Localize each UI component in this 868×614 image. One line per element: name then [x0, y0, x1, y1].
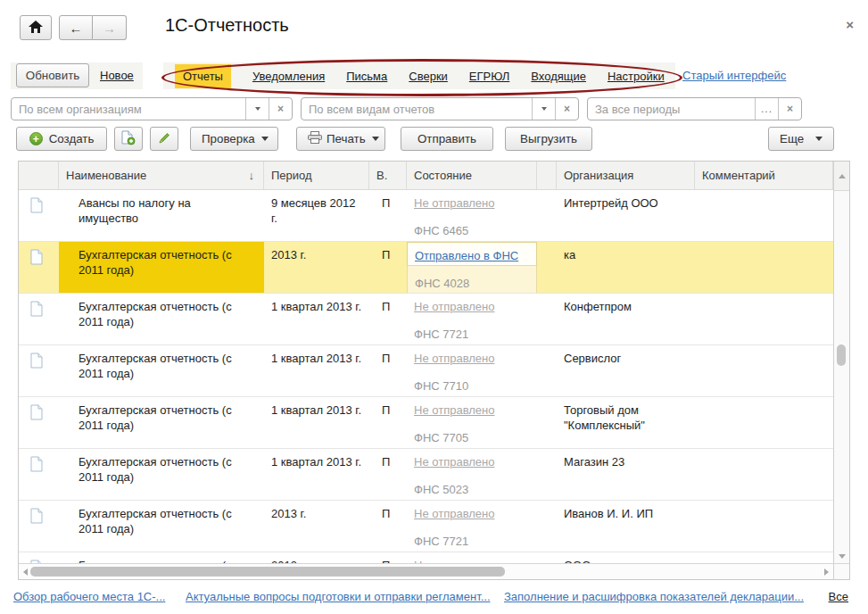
report-v-flag: П: [369, 294, 407, 344]
report-status-cell: Не отправленоФНС 5023: [407, 449, 537, 500]
refresh-button[interactable]: Обновить: [16, 63, 89, 87]
table-row[interactable]: Бухгалтерская отчетность (с 2011 года)20…: [19, 552, 833, 563]
chevron-down-icon: [541, 107, 547, 111]
report-comment: [695, 449, 833, 500]
document-icon: [30, 306, 43, 319]
tab-letters[interactable]: Письма: [346, 70, 387, 83]
check-button[interactable]: Проверка: [190, 127, 278, 151]
scroll-up-button[interactable]: [834, 162, 849, 191]
clear-button[interactable]: ×: [778, 98, 801, 120]
gap-cell: [537, 190, 557, 241]
status-link[interactable]: Не отправлено: [414, 300, 494, 313]
document-icon: [30, 358, 43, 371]
horizontal-scroll-thumb[interactable]: [30, 567, 505, 577]
report-icon-cell: [19, 345, 59, 396]
report-status-cell: Не отправленоФНС 7721: [407, 501, 537, 552]
triangle-down-icon: [839, 554, 846, 559]
column-header-period[interactable]: Период: [264, 162, 369, 189]
report-name: Бухгалтерская отчетность (с 2011 года): [59, 397, 264, 448]
organizations-filter[interactable]: По всем организациям×: [11, 97, 293, 120]
create-button[interactable]: + Создать: [16, 127, 107, 151]
table-row[interactable]: Бухгалтерская отчетность (с 2011 года)20…: [19, 501, 833, 552]
report-period: 1 квартал 2013 г.: [264, 397, 369, 448]
workspace-overview-link[interactable]: Обзор рабочего места 1С-...: [13, 590, 165, 603]
report-period: 9 месяцев 2012 г.: [264, 190, 369, 241]
dropdown-button[interactable]: [532, 98, 555, 120]
close-icon[interactable]: ×: [846, 17, 854, 32]
document-icon: [30, 410, 43, 423]
report-status-cell: Не отправленоФНС 7710: [407, 345, 537, 396]
back-button[interactable]: ←: [59, 15, 93, 40]
column-header-icon[interactable]: [19, 162, 59, 189]
report-organization: Торговый дом "Комплексный": [557, 397, 695, 448]
forward-arrow-icon: →: [103, 21, 116, 36]
report-status-cell: Не отправленоФНС 6465: [407, 190, 537, 241]
all-link[interactable]: Все: [829, 590, 848, 603]
vertical-scroll-thumb[interactable]: [837, 344, 846, 366]
report-v-flag: П: [369, 552, 407, 563]
new-link[interactable]: Новое: [100, 69, 134, 82]
report-icon-cell: [19, 501, 59, 552]
forward-button[interactable]: →: [93, 15, 127, 40]
column-header-gap[interactable]: [537, 162, 557, 189]
periods-filter[interactable]: За все периоды...×: [587, 97, 802, 120]
table-row[interactable]: Бухгалтерская отчетность (с 2011 года)1 …: [19, 345, 833, 397]
report-period: 1 квартал 2013 г.: [264, 345, 369, 396]
print-button[interactable]: Печать: [296, 127, 385, 151]
status-link[interactable]: Не отправлено: [414, 455, 494, 469]
report-organization: Конфетпром: [557, 294, 695, 344]
report-types-filter[interactable]: По всем видам отчетов×: [301, 97, 579, 120]
copy-document-icon: [121, 130, 136, 148]
edit-button[interactable]: [150, 127, 178, 151]
status-link[interactable]: Не отправлено: [414, 196, 494, 210]
declaration-help-link[interactable]: Заполнение и расшифровка показателей дек…: [504, 590, 804, 603]
gap-cell: [537, 501, 557, 552]
table-row[interactable]: Авансы по налогу на имущество9 месяцев 2…: [19, 190, 833, 242]
column-header-name[interactable]: Наименование↓: [59, 162, 264, 189]
status-line: Не отправлено: [407, 294, 537, 317]
status-link[interactable]: Отправлено в ФНС: [415, 249, 518, 262]
column-header-comment[interactable]: Комментарий: [695, 162, 833, 189]
report-status-cell: Не отправленоФНС 7705: [407, 397, 537, 448]
status-link[interactable]: Не отправлено: [414, 507, 494, 520]
status-link[interactable]: Не отправлено: [414, 352, 494, 365]
export-button[interactable]: Выгрузить: [505, 127, 592, 151]
status-link[interactable]: Не отправлено: [414, 403, 494, 417]
tab-settings[interactable]: Настройки: [608, 70, 665, 83]
old-interface-link[interactable]: Старый интерфейс: [682, 69, 786, 82]
tab-egrul[interactable]: ЕГРЮЛ: [469, 70, 509, 83]
horizontal-scrollbar[interactable]: [19, 563, 833, 579]
scroll-down-button[interactable]: [834, 554, 849, 559]
more-button[interactable]: Еще: [768, 127, 834, 151]
table-row[interactable]: Бухгалтерская отчетность (с 2011 года)1 …: [19, 449, 833, 501]
home-button[interactable]: [20, 15, 52, 40]
clear-button[interactable]: ×: [269, 98, 292, 120]
tab-reconciliations[interactable]: Сверки: [409, 70, 448, 83]
ellipsis-button[interactable]: ...: [755, 98, 778, 120]
status-line: Не отправлено: [407, 449, 537, 472]
column-header-org[interactable]: Организация: [557, 162, 695, 189]
status-line: Не отправлено: [407, 345, 537, 369]
gap-cell: [537, 397, 557, 448]
triangle-left-icon: [23, 568, 28, 576]
column-header-status[interactable]: Состояние: [407, 162, 537, 189]
report-organization: ООО: [557, 552, 695, 563]
tab-notifications[interactable]: Уведомления: [252, 70, 325, 83]
table-row[interactable]: Бухгалтерская отчетность (с 2011 года)20…: [19, 242, 833, 294]
back-arrow-icon: ←: [70, 21, 83, 36]
copy-document-button[interactable]: [114, 127, 143, 151]
report-comment: [695, 294, 833, 344]
tab-inbox[interactable]: Входящие: [531, 70, 586, 83]
send-button[interactable]: Отправить: [401, 127, 493, 151]
faq-link[interactable]: Актуальные вопросы подготовки и отправки…: [186, 590, 491, 603]
table-row[interactable]: Бухгалтерская отчетность (с 2011 года)1 …: [19, 397, 833, 449]
status-line: Отправлено в ФНС: [407, 242, 537, 265]
tab-reports[interactable]: Отчеты: [175, 64, 231, 88]
column-header-v[interactable]: В.: [369, 162, 407, 189]
dropdown-button[interactable]: [245, 98, 269, 120]
periods-filter-placeholder: За все периоды: [588, 98, 755, 120]
table-row[interactable]: Бухгалтерская отчетность (с 2011 года)1 …: [19, 294, 833, 345]
clear-button[interactable]: ×: [555, 98, 578, 120]
report-organization: Иванов И. И. ИП: [557, 501, 695, 552]
vertical-scrollbar[interactable]: [833, 162, 849, 563]
